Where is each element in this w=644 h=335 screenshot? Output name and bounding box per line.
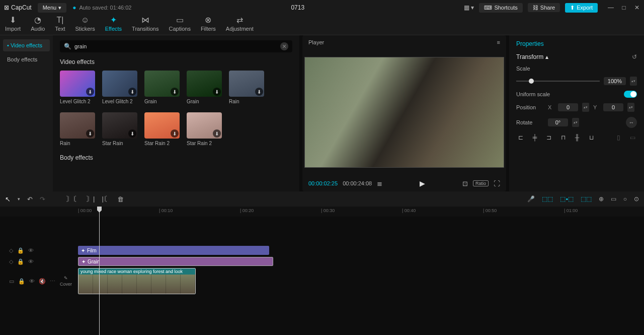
rotate-value[interactable]: 0°	[548, 118, 568, 126]
distribute-h[interactable]: ▯	[614, 133, 623, 142]
effect-item[interactable]: ⬇Rain	[229, 71, 264, 104]
tab-captions[interactable]: ▭Captions	[164, 13, 195, 35]
snap-tool[interactable]: ⬚⬚	[581, 195, 592, 203]
clip-film[interactable]: ✦ Film	[78, 246, 269, 255]
y-value[interactable]: 0	[603, 103, 623, 111]
align-center-h[interactable]: ╪	[530, 133, 539, 142]
close-button[interactable]: ✕	[634, 5, 640, 11]
sidebar-item-body-effects[interactable]: Body effects	[3, 53, 50, 65]
menu-button[interactable]: Menu ▾	[38, 3, 67, 13]
effect-item[interactable]: ⬇Star Rain 2	[187, 112, 222, 146]
shortcuts-button[interactable]: ⌨ Shortcuts	[479, 3, 522, 13]
download-icon[interactable]: ⬇	[171, 88, 179, 96]
effect-item[interactable]: ⬇Level Glitch 2	[60, 71, 95, 104]
track-content-1[interactable]: ✦ Film	[58, 245, 644, 256]
uniform-scale-toggle[interactable]	[624, 91, 637, 98]
tab-text[interactable]: T|Text	[50, 14, 70, 35]
y-stepper[interactable]: ▴▾	[627, 103, 634, 112]
pointer-dropdown[interactable]: ▾	[18, 196, 20, 202]
timeline-ruler[interactable]: | 00:00| 00:10| 00:20| 00:30| 00:40| 00:…	[0, 207, 644, 217]
visibility-icon[interactable]: 👁	[28, 258, 34, 264]
x-value[interactable]: 0	[558, 103, 578, 111]
download-icon[interactable]: ⬇	[213, 88, 221, 96]
effect-track-icon[interactable]: ◇	[9, 258, 13, 265]
player-video[interactable]	[304, 57, 504, 168]
effect-item[interactable]: ⬇Star Rain 2	[144, 112, 180, 146]
tab-effects[interactable]: ✦Effects	[100, 13, 127, 35]
preview-tool[interactable]: ⊕	[599, 195, 604, 203]
align-right[interactable]: ⊐	[544, 133, 553, 142]
rotate-stepper[interactable]: ▴▾	[572, 118, 579, 127]
ratio-button[interactable]: Ratio	[473, 180, 489, 186]
tab-import[interactable]: ⬇Import	[0, 13, 26, 35]
download-icon[interactable]: ⬇	[128, 129, 136, 138]
minimize-button[interactable]: —	[608, 5, 614, 11]
download-icon[interactable]: ⬇	[128, 88, 136, 96]
align-center-v[interactable]: ╫	[573, 133, 582, 142]
mirror-button[interactable]: ↔	[626, 117, 637, 128]
link-tool[interactable]: ⬚▪⬚	[560, 195, 573, 203]
track-content-video[interactable]: young mixed race woman exploring forest …	[58, 267, 644, 295]
lock-icon[interactable]: 🔒	[18, 278, 25, 285]
search-input[interactable]	[74, 43, 280, 49]
download-icon[interactable]: ⬇	[171, 129, 179, 138]
visibility-icon[interactable]: 👁	[29, 278, 35, 284]
effect-track-icon[interactable]: ◇	[9, 247, 13, 254]
split-left[interactable]: 〙|	[87, 194, 95, 204]
scale-slider[interactable]	[516, 81, 600, 82]
reset-transform-button[interactable]: ↺	[632, 53, 637, 60]
tab-audio[interactable]: ◔Audio	[26, 13, 50, 35]
zoom-slider[interactable]: ○	[623, 195, 627, 203]
zoom-fit[interactable]: ⊙	[634, 195, 639, 203]
split-tool[interactable]: 〙〘	[66, 194, 79, 204]
redo-button[interactable]: ↷	[40, 195, 45, 203]
snapshot-icon[interactable]: ⊡	[462, 180, 468, 187]
magnet-tool[interactable]: ⬚⬚	[542, 195, 553, 203]
export-button[interactable]: ⬆ Export	[565, 3, 598, 13]
effect-item[interactable]: ⬇Star Rain	[102, 112, 137, 146]
download-icon[interactable]: ⬇	[86, 129, 94, 138]
effect-item[interactable]: ⬇Rain	[60, 112, 95, 146]
align-top[interactable]: ⊓	[558, 133, 568, 142]
search-box[interactable]: 🔍 ×	[60, 40, 292, 52]
download-icon[interactable]: ⬇	[213, 129, 221, 138]
maximize-button[interactable]: □	[621, 5, 627, 11]
download-icon[interactable]: ⬇	[255, 88, 263, 96]
fullscreen-icon[interactable]: ⛶	[494, 180, 500, 187]
clear-search-button[interactable]: ×	[280, 42, 288, 50]
visibility-icon[interactable]: 👁	[28, 247, 34, 253]
align-left[interactable]: ⊏	[516, 133, 525, 142]
player-menu-icon[interactable]: ≡	[497, 39, 500, 45]
more-icon[interactable]: ⋯	[50, 278, 55, 285]
playhead[interactable]	[99, 207, 100, 335]
undo-button[interactable]: ↶	[27, 195, 33, 203]
effect-item[interactable]: ⬇Grain	[144, 71, 180, 104]
lock-icon[interactable]: 🔒	[17, 258, 24, 265]
video-track-icon[interactable]: ▭	[9, 278, 14, 285]
layout-icon[interactable]: ▦ ▾	[464, 4, 474, 11]
scale-stepper[interactable]: ▴▾	[630, 77, 637, 86]
pointer-tool[interactable]: ↖	[5, 195, 11, 203]
tab-transitions[interactable]: ⋈Transitions	[127, 13, 164, 35]
lock-icon[interactable]: 🔒	[17, 247, 24, 254]
distribute-v[interactable]: ▭	[628, 133, 637, 142]
list-icon[interactable]: ≣	[377, 180, 382, 187]
tab-filters[interactable]: ⊗Filters	[196, 13, 221, 35]
voiceover-button[interactable]: 🎤	[527, 195, 535, 203]
tab-adjustment[interactable]: ⇄Adjustment	[221, 13, 259, 35]
sidebar-item-video-effects[interactable]: • Video effects	[3, 39, 50, 51]
track-content-2[interactable]: ✦ Grain	[58, 256, 644, 267]
effect-item[interactable]: ⬇Grain	[187, 71, 222, 104]
play-button[interactable]: ▶	[420, 179, 425, 187]
video-clip[interactable]: young mixed race woman exploring forest …	[78, 268, 196, 294]
align-bottom[interactable]: ⊔	[587, 133, 596, 142]
split-right[interactable]: |〘	[102, 194, 110, 204]
scale-value[interactable]: 100%	[604, 77, 626, 85]
mute-icon[interactable]: 🔇	[39, 278, 46, 285]
effect-item[interactable]: ⬇Level Glitch 2	[102, 71, 137, 104]
x-stepper[interactable]: ▴▾	[582, 103, 589, 112]
download-icon[interactable]: ⬇	[86, 88, 94, 96]
clip-grain[interactable]: ✦ Grain	[78, 257, 273, 266]
zoom-out[interactable]: ▭	[611, 195, 616, 203]
delete-tool[interactable]: 🗑	[117, 195, 124, 203]
